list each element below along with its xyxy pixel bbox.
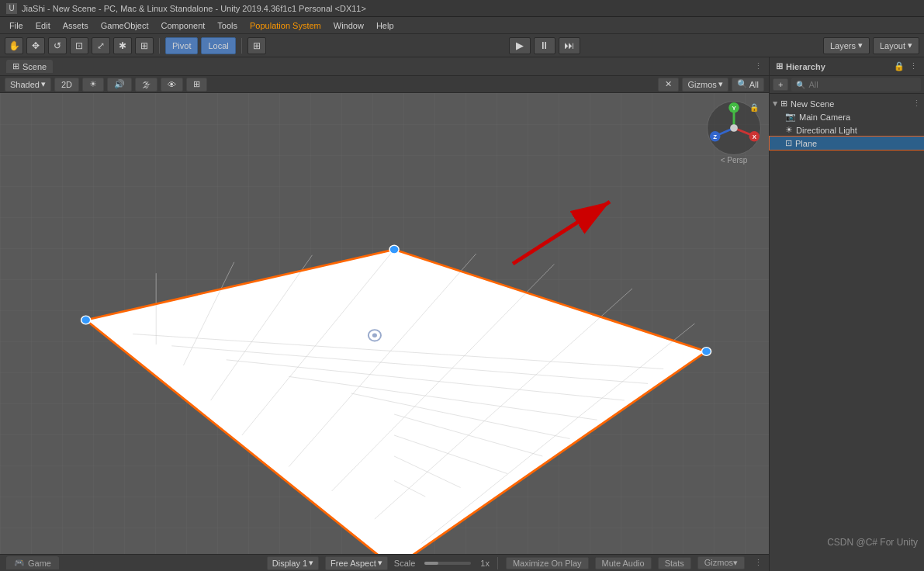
bottom-bar: 🎮 Game Display 1▾ Free Aspect▾ Scale 1x … bbox=[0, 554, 769, 571]
light-icon: ☀ bbox=[785, 125, 793, 135]
scene-grid-icon: ⊞ bbox=[12, 61, 19, 71]
menu-bar: File Edit Assets GameObject Component To… bbox=[0, 17, 924, 34]
hierarchy-more-btn[interactable]: ⋮ bbox=[909, 61, 918, 71]
2d-button[interactable]: 2D bbox=[54, 78, 79, 92]
mute-btn[interactable]: Mute Audio bbox=[595, 557, 652, 569]
hierarchy-item-plane[interactable]: ⊡ Plane bbox=[770, 137, 924, 150]
transform-tool[interactable]: ✱ bbox=[113, 37, 132, 54]
hierarchy-item-directional-light[interactable]: ☀ Directional Light bbox=[770, 123, 924, 137]
menu-component[interactable]: Component bbox=[154, 17, 211, 33]
scene-collapse-arrow: ▶ bbox=[772, 102, 779, 106]
hierarchy-search-bar[interactable]: 🔍 bbox=[791, 78, 921, 92]
scene-area: ⊞ Scene ⋮ Shaded▾ 2D ☀ 🔊 🌫 👁 ⊞ ✕ Gizmos▾ bbox=[0, 57, 769, 571]
stats-label: Stats bbox=[665, 559, 684, 568]
hierarchy-search-input[interactable] bbox=[808, 80, 916, 89]
svg-text:Y: Y bbox=[732, 105, 736, 112]
main-toolbar: ✋ ✥ ↺ ⊡ ⤢ ✱ ⊞ Pivot Local ⊞ ▶ ⏸ ⏭ Layers… bbox=[0, 34, 924, 57]
rotate-tool[interactable]: ↺ bbox=[48, 37, 67, 54]
lock-icon: 🔒 bbox=[749, 103, 759, 112]
scene-icon: ⊞ bbox=[780, 99, 787, 109]
gizmo-widget[interactable]: 🔒 Y X Z bbox=[707, 101, 761, 163]
scene-tab[interactable]: ⊞ Scene bbox=[6, 60, 53, 73]
gizmo-circle: 🔒 Y X Z bbox=[707, 101, 761, 155]
layout-label: Layout bbox=[880, 41, 905, 50]
hierarchy-scene-root[interactable]: ▶ ⊞ New Scene ⋮ bbox=[770, 97, 924, 110]
pause-button[interactable]: ⏸ bbox=[534, 37, 555, 54]
menu-file[interactable]: File bbox=[3, 17, 29, 33]
persp-label: < Persp bbox=[707, 156, 761, 164]
play-button[interactable]: ▶ bbox=[509, 37, 531, 54]
scene-tab-label: Scene bbox=[22, 62, 47, 71]
step-button[interactable]: ⏭ bbox=[559, 37, 580, 54]
all-dropdown[interactable]: 🔍All bbox=[732, 78, 764, 92]
camera-icon: 📷 bbox=[785, 112, 796, 122]
stats-btn[interactable]: Stats bbox=[658, 557, 691, 569]
plane-container bbox=[0, 93, 769, 554]
toolbar-sep-2 bbox=[241, 38, 242, 54]
menu-window[interactable]: Window bbox=[327, 17, 370, 33]
svg-point-19 bbox=[81, 316, 91, 324]
main-layout: ⊞ Scene ⋮ Shaded▾ 2D ☀ 🔊 🌫 👁 ⊞ ✕ Gizmos▾ bbox=[0, 57, 924, 571]
light-label: Directional Light bbox=[796, 126, 857, 135]
camera-label: Main Camera bbox=[799, 112, 850, 122]
2d-label: 2D bbox=[61, 80, 72, 89]
pivot-button[interactable]: Pivot bbox=[165, 37, 198, 54]
layers-button[interactable]: Layers▾ bbox=[823, 37, 870, 54]
hierarchy-header: ⊞ Hierarchy 🔒 ⋮ bbox=[770, 57, 924, 76]
hierarchy-item-main-camera[interactable]: 📷 Main Camera bbox=[770, 110, 924, 123]
gizmos-dropdown[interactable]: Gizmos▾ bbox=[682, 78, 728, 92]
scale-slider[interactable] bbox=[424, 562, 471, 565]
move-tool[interactable]: ✥ bbox=[26, 37, 45, 54]
hand-tool[interactable]: ✋ bbox=[5, 37, 23, 54]
effects-button[interactable]: 🌫 bbox=[135, 78, 157, 92]
plane-label: Plane bbox=[795, 139, 817, 148]
game-icon: 🎮 bbox=[14, 558, 25, 568]
display-dropdown[interactable]: Display 1▾ bbox=[267, 556, 319, 570]
custom-tool[interactable]: ⊞ bbox=[135, 37, 154, 54]
gizmos-game-btn[interactable]: Gizmos▾ bbox=[697, 556, 745, 569]
scene-menu-icon[interactable]: ⋮ bbox=[912, 99, 921, 109]
scene-tab-bar: ⊞ Scene ⋮ bbox=[0, 57, 769, 76]
layout-button[interactable]: Layout▾ bbox=[873, 37, 919, 54]
shading-dropdown[interactable]: Shaded▾ bbox=[5, 78, 51, 92]
menu-population-system[interactable]: Population System bbox=[244, 17, 327, 33]
scale-value: 1x bbox=[480, 559, 490, 568]
menu-gameobject[interactable]: GameObject bbox=[95, 17, 155, 33]
hierarchy-title-text: Hierarchy bbox=[786, 62, 825, 71]
local-button[interactable]: Local bbox=[201, 37, 235, 54]
menu-edit[interactable]: Edit bbox=[29, 17, 57, 33]
scene-controls-bar: Shaded▾ 2D ☀ 🔊 🌫 👁 ⊞ ✕ Gizmos▾ 🔍All bbox=[0, 76, 769, 93]
pivot-label: Pivot bbox=[172, 41, 191, 50]
title-bar: U JiaShi - New Scene - PC, Mac & Linux S… bbox=[0, 0, 924, 17]
menu-tools[interactable]: Tools bbox=[211, 17, 244, 33]
scene-visibility-btn[interactable]: 👁 bbox=[161, 78, 183, 92]
aspect-dropdown[interactable]: Free Aspect▾ bbox=[325, 556, 388, 570]
hierarchy-lock-btn[interactable]: 🔒 bbox=[894, 61, 905, 71]
mute-label: Mute Audio bbox=[602, 559, 645, 568]
bottom-more-icon[interactable]: ⋮ bbox=[754, 558, 763, 568]
scene-viewport[interactable]: 🔒 Y X Z bbox=[0, 93, 769, 554]
lighting-button[interactable]: ☀ bbox=[82, 78, 104, 92]
svg-point-20 bbox=[389, 245, 399, 254]
rect-tool[interactable]: ⤢ bbox=[92, 37, 110, 54]
scale-tool[interactable]: ⊡ bbox=[70, 37, 88, 54]
search-icon: 🔍 bbox=[796, 81, 805, 89]
shading-label: Shaded bbox=[10, 80, 40, 89]
audio-button[interactable]: 🔊 bbox=[107, 78, 132, 92]
scene-more-icon[interactable]: ⋮ bbox=[754, 61, 763, 71]
svg-text:Z: Z bbox=[713, 133, 717, 140]
maximize-btn[interactable]: Maximize On Play bbox=[506, 557, 589, 569]
gizmos-game-label: Gizmos bbox=[704, 558, 733, 567]
hierarchy-tree: ▶ ⊞ New Scene ⋮ 📷 Main Camera ☀ Directio… bbox=[770, 94, 924, 571]
menu-assets[interactable]: Assets bbox=[57, 17, 95, 33]
menu-help[interactable]: Help bbox=[370, 17, 400, 33]
aspect-label: Free Aspect bbox=[330, 559, 376, 568]
grid-button[interactable]: ⊞ bbox=[247, 37, 266, 54]
toolbar-sep-1 bbox=[159, 38, 160, 54]
hide-btn[interactable]: ⊞ bbox=[186, 78, 207, 92]
game-tab[interactable]: 🎮 Game bbox=[6, 556, 59, 569]
search-icon-btn[interactable]: ✕ bbox=[658, 78, 679, 92]
hierarchy-panel: ⊞ Hierarchy 🔒 ⋮ + 🔍 ▶ ⊞ New Scene bbox=[769, 57, 924, 571]
hierarchy-add-btn[interactable]: + bbox=[773, 78, 788, 91]
all-label: All bbox=[749, 80, 759, 89]
